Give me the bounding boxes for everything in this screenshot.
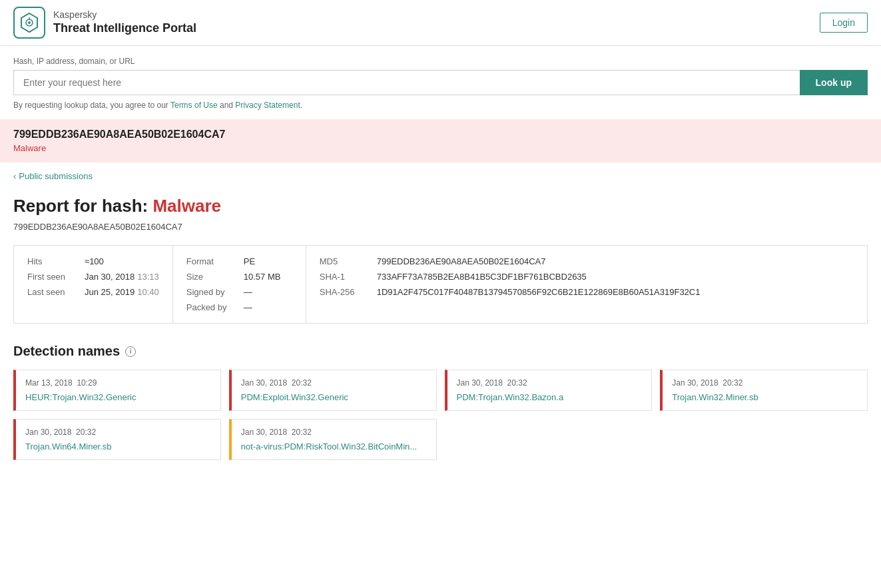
- detection-date: Jan 30, 2018 20:32: [672, 378, 858, 388]
- detection-info-icon: i: [125, 346, 136, 357]
- svg-point-3: [28, 21, 31, 24]
- terms-suffix: .: [300, 101, 302, 110]
- last-seen-date: Jun 25, 201910:40: [85, 287, 159, 297]
- logo-icon: [13, 7, 45, 39]
- logo-text: Kaspersky Threat Intelligence Portal: [53, 9, 196, 37]
- brand-name: Kaspersky: [53, 9, 196, 21]
- search-area: Hash, IP address, domain, or URL Look up…: [0, 46, 881, 117]
- login-button[interactable]: Login: [820, 13, 868, 33]
- md5-value: 799EDDB236AE90A8AEA50B02E1604CA7: [377, 256, 546, 266]
- detection-card: Jan 30, 2018 20:32 PDM:Exploit.Win32.Gen…: [229, 370, 437, 411]
- terms-text: By requesting lookup data, you agree to …: [13, 101, 868, 110]
- report-title-status: Malware: [152, 196, 221, 216]
- hash-value: 799EDDB236AE90A8AEA50B02E1604CA7: [13, 129, 868, 141]
- report-title-prefix: Report for hash:: [13, 196, 152, 216]
- detection-section-title: Detection names i: [13, 344, 868, 359]
- packed-by-value: —: [244, 302, 252, 312]
- format-label: Format: [186, 256, 233, 266]
- breadcrumb: ‹Public submissions: [0, 162, 881, 189]
- signed-by-row: Signed by —: [186, 287, 292, 297]
- hits-value: ≈100: [85, 256, 104, 266]
- breadcrumb-arrow: ‹: [13, 171, 16, 181]
- and-text: and: [218, 101, 236, 110]
- info-col-meta: Format PE Size 10.57 MB Signed by — Pack…: [173, 246, 306, 323]
- sha1-label: SHA-1: [320, 272, 366, 282]
- detection-card: Jan 30, 2018 20:32 Trojan.Win32.Miner.sb: [660, 370, 868, 411]
- detection-date: Jan 30, 2018 20:32: [457, 378, 643, 388]
- detection-date: Jan 30, 2018 20:32: [241, 378, 427, 388]
- detection-grid-row1: Mar 13, 2018 10:29 HEUR:Trojan.Win32.Gen…: [13, 370, 868, 411]
- detection-date: Jan 30, 2018 20:32: [25, 428, 211, 437]
- signed-by-label: Signed by: [186, 287, 233, 297]
- report-hash: 799EDDB236AE90A8AEA50B02E1604CA7: [13, 222, 868, 232]
- info-col-hashes: MD5 799EDDB236AE90A8AEA50B02E1604CA7 SHA…: [306, 246, 867, 323]
- detection-name-link[interactable]: not-a-virus:PDM:RiskTool.Win32.BitCoinMi…: [241, 441, 417, 451]
- detection-title-text: Detection names: [13, 344, 120, 359]
- sha1-value: 733AFF73A785B2EA8B41B5C3DF1BF761BCBD2635: [377, 272, 587, 282]
- md5-label: MD5: [320, 256, 366, 266]
- detection-card: Mar 13, 2018 10:29 HEUR:Trojan.Win32.Gen…: [13, 370, 221, 411]
- sha1-row: SHA-1 733AFF73A785B2EA8B41B5C3DF1BF761BC…: [320, 272, 854, 282]
- sha256-row: SHA-256 1D91A2F475C017F40487B13794570856…: [320, 287, 854, 297]
- info-table: Hits ≈100 First seen Jan 30, 201813:13 L…: [13, 245, 868, 324]
- packed-by-row: Packed by —: [186, 302, 292, 312]
- size-value: 10.57 MB: [244, 272, 281, 282]
- detection-card: Jan 30, 2018 20:32 PDM:Trojan.Win32.Bazo…: [445, 370, 653, 411]
- search-row: Look up: [13, 70, 868, 95]
- first-seen-row: First seen Jan 30, 201813:13: [27, 272, 159, 282]
- detection-card: Jan 30, 2018 20:32 Trojan.Win64.Miner.sb: [13, 419, 221, 460]
- hash-banner: 799EDDB236AE90A8AEA50B02E1604CA7 Malware: [0, 119, 881, 162]
- first-seen-label: First seen: [27, 272, 74, 282]
- detection-date: Mar 13, 2018 10:29: [25, 378, 211, 388]
- packed-by-label: Packed by: [186, 302, 233, 312]
- lookup-button[interactable]: Look up: [800, 70, 868, 95]
- size-row: Size 10.57 MB: [186, 272, 292, 282]
- privacy-statement-link[interactable]: Privacy Statement: [235, 101, 300, 110]
- hash-status: Malware: [13, 143, 868, 153]
- hits-row: Hits ≈100: [27, 256, 159, 266]
- terms-prefix: By requesting lookup data, you agree to …: [13, 101, 170, 110]
- detection-name-link[interactable]: PDM:Trojan.Win32.Bazon.a: [457, 392, 564, 402]
- terms-of-use-link[interactable]: Terms of Use: [170, 101, 218, 110]
- sha256-label: SHA-256: [320, 287, 366, 297]
- detection-grid-row2: Jan 30, 2018 20:32 Trojan.Win64.Miner.sb…: [13, 419, 868, 460]
- last-seen-label: Last seen: [27, 287, 74, 297]
- search-label: Hash, IP address, domain, or URL: [13, 57, 868, 66]
- product-name: Threat Intelligence Portal: [53, 21, 196, 36]
- signed-by-value: —: [244, 287, 252, 297]
- report-title: Report for hash: Malware: [13, 196, 868, 216]
- format-value: PE: [244, 256, 255, 266]
- detection-name-link[interactable]: HEUR:Trojan.Win32.Generic: [25, 392, 136, 402]
- first-seen-date: Jan 30, 201813:13: [85, 272, 159, 282]
- logo-area: Kaspersky Threat Intelligence Portal: [13, 7, 196, 39]
- main-content: Report for hash: Malware 799EDDB236AE90A…: [0, 189, 881, 480]
- last-seen-row: Last seen Jun 25, 201910:40: [27, 287, 159, 297]
- search-input[interactable]: [13, 70, 800, 95]
- md5-row: MD5 799EDDB236AE90A8AEA50B02E1604CA7: [320, 256, 854, 266]
- header: Kaspersky Threat Intelligence Portal Log…: [0, 0, 881, 46]
- format-row: Format PE: [186, 256, 292, 266]
- info-col-stats: Hits ≈100 First seen Jan 30, 201813:13 L…: [14, 246, 173, 323]
- detection-name-link[interactable]: PDM:Exploit.Win32.Generic: [241, 392, 348, 402]
- public-submissions-link[interactable]: Public submissions: [19, 171, 93, 181]
- detection-date: Jan 30, 2018 20:32: [241, 428, 427, 437]
- hits-label: Hits: [27, 256, 74, 266]
- sha256-value: 1D91A2F475C017F40487B13794570856F92C6B21…: [377, 287, 701, 297]
- detection-card: Jan 30, 2018 20:32 not-a-virus:PDM:RiskT…: [229, 419, 437, 460]
- size-label: Size: [186, 272, 233, 282]
- detection-name-link[interactable]: Trojan.Win64.Miner.sb: [25, 441, 112, 451]
- detection-name-link[interactable]: Trojan.Win32.Miner.sb: [672, 392, 758, 402]
